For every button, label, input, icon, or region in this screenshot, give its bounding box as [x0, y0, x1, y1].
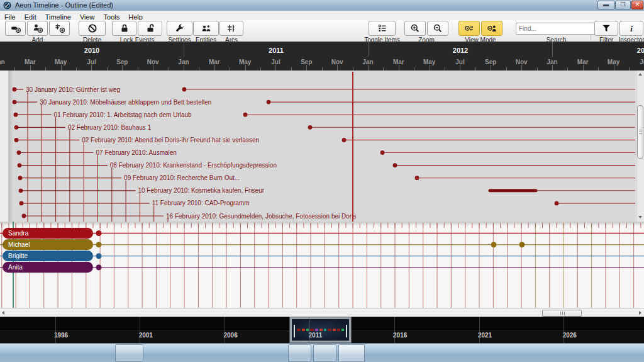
overview-tick: [309, 317, 310, 343]
entities-people-button[interactable]: [193, 21, 219, 36]
svg-text:i: i: [630, 24, 633, 33]
firefox-frame: [115, 344, 143, 362]
horizontal-scrollbar-thumb[interactable]: [542, 310, 582, 317]
month-tick: [521, 65, 522, 71]
toggle-items-icon: [377, 23, 387, 33]
month-tick: [306, 65, 307, 71]
entity-start-dot[interactable]: [96, 230, 102, 236]
lock-open-icon: [145, 23, 155, 33]
month-tick: [153, 65, 153, 71]
lock-open-button[interactable]: [138, 21, 162, 36]
month-tick: [275, 65, 276, 71]
view-mode-timeline-button[interactable]: [458, 21, 480, 36]
add-arc-button[interactable]: [49, 21, 70, 36]
month-tick: [91, 65, 92, 71]
event-label: 08 February 2010: Krankenstand - Erschöp…: [110, 162, 277, 169]
scroll-left-arrow[interactable]: [2, 311, 4, 315]
entities-people-icon: [201, 23, 211, 33]
overview-tick: [140, 317, 140, 343]
minimize-button[interactable]: ▬: [597, 1, 614, 9]
month-tick: [399, 65, 399, 71]
event-label: 02 February 2010: Abend bei Doris-ihr Fr…: [82, 137, 259, 144]
viewport-left-handle[interactable]: [294, 325, 295, 337]
date-marker-line: [352, 72, 353, 222]
event-label: 30 January 2010: Möbelhäuser abklappern …: [40, 99, 211, 106]
overview-timeline[interactable]: 1996200120062011201620212026: [0, 317, 644, 343]
scroll-up-arrow[interactable]: [638, 73, 642, 76]
month-tick: [491, 65, 491, 71]
viewport-right-handle[interactable]: [346, 325, 347, 337]
overview-tick: [479, 317, 480, 343]
event-label: 09 February 2010: Recherche Burn Out...: [124, 174, 240, 181]
zoom-in-button[interactable]: [404, 21, 426, 36]
add-arc-icon: [55, 23, 65, 33]
filter-funnel-button[interactable]: [594, 21, 618, 36]
add-entity-button[interactable]: [27, 21, 48, 36]
overview-tick: [55, 317, 56, 343]
overview-tick: [564, 317, 564, 343]
close-button[interactable]: ✕: [631, 1, 643, 9]
aeon-timeline-frame: [338, 344, 365, 362]
vertical-scrollbar-thumb[interactable]: [637, 105, 643, 159]
viewport-event-mark: [310, 329, 314, 331]
view-mode-entity-icon: [487, 23, 497, 33]
arcs-grid-button[interactable]: [219, 21, 243, 36]
month-tick: [552, 65, 553, 71]
search-input[interactable]: [516, 23, 598, 35]
timeline-header[interactable]: JanMarMayJulSepNovJanMarMayJulSepNovJanM…: [0, 42, 644, 71]
title-bar[interactable]: Aeon Timeline - Outline (Edited) ▬ ❐ ✕: [0, 0, 644, 11]
entity-start-dot[interactable]: [96, 264, 102, 270]
month-label: Jul: [640, 59, 644, 65]
zoom-out-icon: [433, 23, 443, 33]
zoom-out-button[interactable]: [427, 21, 448, 36]
timeline-event[interactable]: 07 February 2010: Ausmalen: [17, 149, 635, 222]
window-title: Aeon Timeline - Outline (Edited): [15, 1, 113, 9]
viewport-event-mark: [328, 329, 331, 331]
lock-closed-icon: [119, 23, 130, 33]
settings-wrench-icon: [175, 23, 185, 33]
entity-event-dot[interactable]: [519, 242, 525, 247]
scroll-right-arrow[interactable]: [639, 311, 641, 315]
event-outline-panel[interactable]: 30 January 2010: Günther ist weg30 Janua…: [0, 71, 644, 222]
lock-closed-button[interactable]: [112, 21, 136, 36]
restore-button[interactable]: ❐: [615, 1, 631, 9]
overview-viewport[interactable]: [290, 317, 351, 342]
overview-tick: [394, 317, 395, 343]
year-label: 2013: [637, 47, 644, 54]
timeline-event[interactable]: 16 February 2010: Gesundmelden, Jobsuche…: [22, 213, 357, 222]
event-label: 11 February 2010: CAD-Programm: [152, 200, 250, 206]
entity-start-dot[interactable]: [96, 253, 102, 259]
event-label: 07 February 2010: Ausmalen: [96, 149, 177, 156]
event-graphics: 30 January 2010: Günther ist weg30 Janua…: [0, 71, 644, 222]
horizontal-scrollbar[interactable]: [0, 308, 644, 317]
entity-pill-anita[interactable]: Anita: [3, 262, 93, 273]
month-label: Jan: [0, 59, 5, 65]
add-event-button[interactable]: [5, 21, 26, 36]
viewport-event-mark: [302, 329, 305, 331]
month-tick: [214, 65, 215, 71]
entity-pill-michael[interactable]: Michael: [3, 239, 93, 250]
toggle-items-button[interactable]: [369, 21, 396, 36]
entity-pill-sandra[interactable]: Sandra: [3, 228, 93, 239]
month-tick: [614, 65, 614, 71]
scroll-down-arrow[interactable]: [638, 216, 642, 218]
delete-icon: [87, 23, 97, 33]
viewport-event-mark: [324, 329, 326, 331]
entity-grid-area[interactable]: SandraMichaelBrigitteAnita: [0, 222, 644, 308]
entity-event-dot[interactable]: [491, 242, 497, 247]
entity-pill-brigitte[interactable]: Brigitte: [3, 251, 93, 261]
viewport-event-mark: [306, 329, 309, 331]
month-tick: [30, 65, 31, 71]
delete-button[interactable]: [79, 21, 106, 36]
entity-start-dot[interactable]: [96, 242, 102, 247]
settings-wrench-button[interactable]: [167, 21, 192, 36]
event-label: 01 February 2010: 1. Arbeitstag nach dem…: [54, 111, 192, 118]
inspector-info-icon: i: [626, 23, 636, 33]
filter-funnel-icon: [601, 23, 611, 33]
year-separator: [184, 42, 184, 57]
arcs-grid-icon: [226, 23, 236, 33]
month-tick: [337, 65, 338, 71]
view-mode-entity-button[interactable]: [481, 21, 502, 36]
inspector-info-button[interactable]: i: [619, 21, 643, 36]
year-label: 2011: [269, 47, 284, 54]
